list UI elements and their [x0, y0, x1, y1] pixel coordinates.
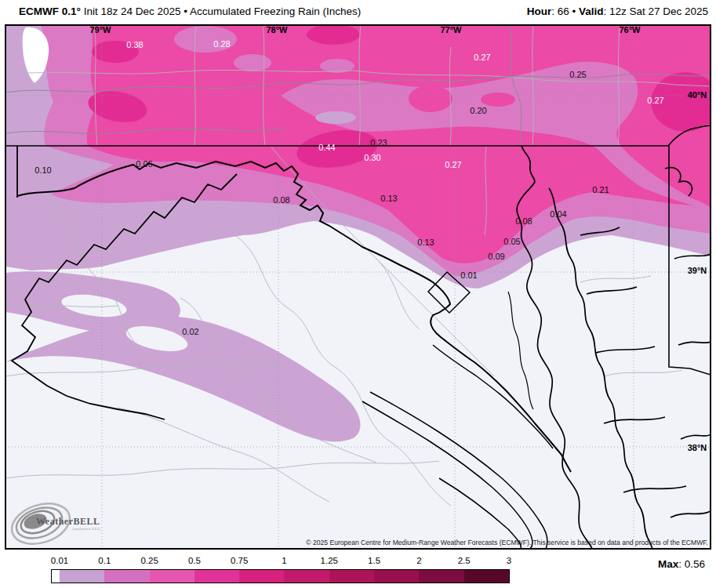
longitude-label: 79°W	[89, 25, 111, 34]
weather-map-page: ECMWF 0.1° Init 18z 24 Dec 2025 • Accumu…	[0, 0, 716, 588]
model-name: ECMWF 0.1°	[19, 5, 81, 17]
logo-subtitle: Analytics LLC	[72, 527, 100, 531]
latitude-label: 40°N	[688, 90, 707, 100]
map-canvas	[0, 0, 716, 588]
valid-value: : 12z Sat 27 Dec 2025	[603, 5, 708, 17]
max-number: : 0.56	[678, 558, 705, 570]
color-scale-tick: 1.25	[321, 556, 338, 565]
latitude-label: 38°N	[688, 443, 707, 452]
map-title: ECMWF 0.1° Init 18z 24 Dec 2025 • Accumu…	[19, 5, 361, 17]
valid-time: Hour: 66 • Valid: 12z Sat 27 Dec 2025	[527, 5, 708, 17]
longitude-label: 77°W	[440, 25, 461, 34]
color-scale-segment	[194, 570, 239, 583]
color-scale-segment	[104, 570, 149, 583]
color-scale-segment	[52, 570, 60, 583]
hour-value: : 66 •	[551, 5, 579, 17]
hour-label: Hour	[527, 5, 552, 17]
color-scale-tick: 1	[282, 556, 286, 565]
color-scale-tick: 2.5	[458, 556, 471, 565]
logo-name: WeatherBELL	[36, 516, 100, 528]
color-scale-tick: 0.75	[231, 556, 248, 565]
color-scale-tick: 0.5	[188, 556, 201, 565]
color-scale-segment	[374, 570, 419, 583]
contour-inner-lilac	[315, 111, 356, 124]
color-scale-segment	[329, 570, 374, 583]
header: ECMWF 0.1° Init 18z 24 Dec 2025 • Accumu…	[0, 0, 716, 24]
color-scale-tick: 1.5	[368, 556, 380, 565]
model-run-info: Init 18z 24 Dec 2025 • Accumulated Freez…	[81, 5, 361, 17]
color-scale-bar	[52, 570, 509, 583]
color-scale-segment	[239, 570, 284, 583]
color-scale-segment	[419, 570, 463, 583]
max-value: Max: 0.56	[658, 558, 705, 570]
color-scale-tick: 0.1	[98, 556, 111, 565]
color-scale-segment	[284, 570, 329, 583]
max-label: Max	[658, 558, 678, 570]
color-scale-tick: 0.01	[51, 556, 68, 565]
longitude-label: 78°W	[266, 25, 287, 34]
color-scale-segment	[150, 570, 194, 583]
latitude-label: 39°N	[688, 266, 707, 275]
copyright-text: © 2025 European Centre for Medium-Range …	[306, 539, 708, 546]
weatherbell-logo: WeatherBELL Analytics LLC	[11, 502, 105, 547]
color-scale-segment	[60, 570, 104, 583]
color-scale-segment	[464, 570, 509, 583]
color-scale-tick: 0.25	[140, 556, 158, 565]
longitude-label: 76°W	[619, 25, 640, 34]
color-scale-tick: 3	[507, 556, 511, 565]
valid-label: Valid	[579, 5, 604, 17]
color-scale-tick: 2	[416, 556, 421, 565]
